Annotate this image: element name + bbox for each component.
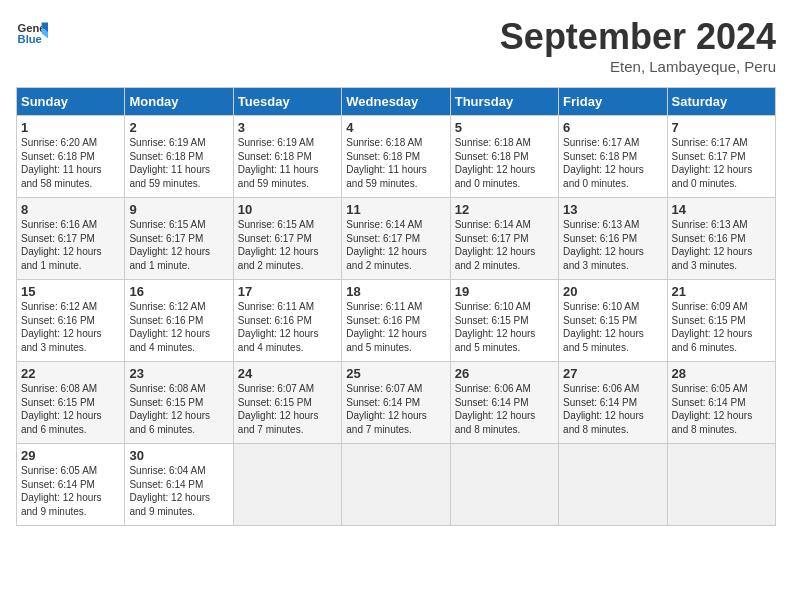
col-friday: Friday [559, 88, 667, 116]
day-content: Sunrise: 6:19 AM Sunset: 6:18 PM Dayligh… [129, 136, 228, 190]
day-content: Sunrise: 6:11 AM Sunset: 6:16 PM Dayligh… [346, 300, 445, 354]
day-number: 29 [21, 448, 120, 463]
calendar-cell: 8Sunrise: 6:16 AM Sunset: 6:17 PM Daylig… [17, 198, 125, 280]
day-number: 11 [346, 202, 445, 217]
day-number: 18 [346, 284, 445, 299]
day-number: 4 [346, 120, 445, 135]
day-number: 15 [21, 284, 120, 299]
calendar-cell: 4Sunrise: 6:18 AM Sunset: 6:18 PM Daylig… [342, 116, 450, 198]
location-subtitle: Eten, Lambayeque, Peru [500, 58, 776, 75]
day-number: 3 [238, 120, 337, 135]
calendar-week-1: 1Sunrise: 6:20 AM Sunset: 6:18 PM Daylig… [17, 116, 776, 198]
day-number: 28 [672, 366, 771, 381]
calendar-cell: 21Sunrise: 6:09 AM Sunset: 6:15 PM Dayli… [667, 280, 775, 362]
day-number: 14 [672, 202, 771, 217]
calendar-cell: 2Sunrise: 6:19 AM Sunset: 6:18 PM Daylig… [125, 116, 233, 198]
day-content: Sunrise: 6:13 AM Sunset: 6:16 PM Dayligh… [563, 218, 662, 272]
calendar-cell: 22Sunrise: 6:08 AM Sunset: 6:15 PM Dayli… [17, 362, 125, 444]
calendar-cell: 1Sunrise: 6:20 AM Sunset: 6:18 PM Daylig… [17, 116, 125, 198]
calendar-cell: 24Sunrise: 6:07 AM Sunset: 6:15 PM Dayli… [233, 362, 341, 444]
logo: General Blue [16, 16, 48, 48]
calendar-cell: 11Sunrise: 6:14 AM Sunset: 6:17 PM Dayli… [342, 198, 450, 280]
day-content: Sunrise: 6:05 AM Sunset: 6:14 PM Dayligh… [21, 464, 120, 518]
day-content: Sunrise: 6:06 AM Sunset: 6:14 PM Dayligh… [563, 382, 662, 436]
page-container: General Blue September 2024 Eten, Lambay… [0, 0, 792, 534]
calendar-cell: 16Sunrise: 6:12 AM Sunset: 6:16 PM Dayli… [125, 280, 233, 362]
day-number: 9 [129, 202, 228, 217]
calendar-week-3: 15Sunrise: 6:12 AM Sunset: 6:16 PM Dayli… [17, 280, 776, 362]
calendar-week-2: 8Sunrise: 6:16 AM Sunset: 6:17 PM Daylig… [17, 198, 776, 280]
col-thursday: Thursday [450, 88, 558, 116]
day-content: Sunrise: 6:11 AM Sunset: 6:16 PM Dayligh… [238, 300, 337, 354]
day-content: Sunrise: 6:14 AM Sunset: 6:17 PM Dayligh… [346, 218, 445, 272]
calendar-cell: 14Sunrise: 6:13 AM Sunset: 6:16 PM Dayli… [667, 198, 775, 280]
day-content: Sunrise: 6:08 AM Sunset: 6:15 PM Dayligh… [129, 382, 228, 436]
col-wednesday: Wednesday [342, 88, 450, 116]
calendar-cell: 15Sunrise: 6:12 AM Sunset: 6:16 PM Dayli… [17, 280, 125, 362]
calendar-cell: 30Sunrise: 6:04 AM Sunset: 6:14 PM Dayli… [125, 444, 233, 526]
day-content: Sunrise: 6:14 AM Sunset: 6:17 PM Dayligh… [455, 218, 554, 272]
day-number: 10 [238, 202, 337, 217]
calendar-cell: 3Sunrise: 6:19 AM Sunset: 6:18 PM Daylig… [233, 116, 341, 198]
day-number: 22 [21, 366, 120, 381]
col-monday: Monday [125, 88, 233, 116]
day-content: Sunrise: 6:10 AM Sunset: 6:15 PM Dayligh… [455, 300, 554, 354]
day-number: 12 [455, 202, 554, 217]
day-number: 17 [238, 284, 337, 299]
day-content: Sunrise: 6:12 AM Sunset: 6:16 PM Dayligh… [129, 300, 228, 354]
day-number: 16 [129, 284, 228, 299]
calendar-cell: 7Sunrise: 6:17 AM Sunset: 6:17 PM Daylig… [667, 116, 775, 198]
calendar-cell: 12Sunrise: 6:14 AM Sunset: 6:17 PM Dayli… [450, 198, 558, 280]
calendar-cell: 29Sunrise: 6:05 AM Sunset: 6:14 PM Dayli… [17, 444, 125, 526]
calendar-cell: 5Sunrise: 6:18 AM Sunset: 6:18 PM Daylig… [450, 116, 558, 198]
col-saturday: Saturday [667, 88, 775, 116]
calendar-cell: 6Sunrise: 6:17 AM Sunset: 6:18 PM Daylig… [559, 116, 667, 198]
page-header: General Blue September 2024 Eten, Lambay… [16, 16, 776, 75]
calendar-cell [450, 444, 558, 526]
day-content: Sunrise: 6:10 AM Sunset: 6:15 PM Dayligh… [563, 300, 662, 354]
calendar-cell: 17Sunrise: 6:11 AM Sunset: 6:16 PM Dayli… [233, 280, 341, 362]
day-number: 8 [21, 202, 120, 217]
calendar-cell: 20Sunrise: 6:10 AM Sunset: 6:15 PM Dayli… [559, 280, 667, 362]
col-tuesday: Tuesday [233, 88, 341, 116]
day-number: 5 [455, 120, 554, 135]
day-number: 1 [21, 120, 120, 135]
calendar-table: Sunday Monday Tuesday Wednesday Thursday… [16, 87, 776, 526]
day-number: 20 [563, 284, 662, 299]
day-number: 26 [455, 366, 554, 381]
calendar-cell [233, 444, 341, 526]
day-content: Sunrise: 6:16 AM Sunset: 6:17 PM Dayligh… [21, 218, 120, 272]
calendar-cell: 28Sunrise: 6:05 AM Sunset: 6:14 PM Dayli… [667, 362, 775, 444]
calendar-cell [342, 444, 450, 526]
col-sunday: Sunday [17, 88, 125, 116]
calendar-cell: 19Sunrise: 6:10 AM Sunset: 6:15 PM Dayli… [450, 280, 558, 362]
calendar-cell: 10Sunrise: 6:15 AM Sunset: 6:17 PM Dayli… [233, 198, 341, 280]
calendar-cell [559, 444, 667, 526]
day-content: Sunrise: 6:07 AM Sunset: 6:15 PM Dayligh… [238, 382, 337, 436]
calendar-cell: 26Sunrise: 6:06 AM Sunset: 6:14 PM Dayli… [450, 362, 558, 444]
calendar-cell: 23Sunrise: 6:08 AM Sunset: 6:15 PM Dayli… [125, 362, 233, 444]
month-title: September 2024 [500, 16, 776, 58]
day-number: 7 [672, 120, 771, 135]
logo-icon: General Blue [16, 16, 48, 48]
calendar-cell: 25Sunrise: 6:07 AM Sunset: 6:14 PM Dayli… [342, 362, 450, 444]
day-content: Sunrise: 6:17 AM Sunset: 6:18 PM Dayligh… [563, 136, 662, 190]
calendar-cell: 9Sunrise: 6:15 AM Sunset: 6:17 PM Daylig… [125, 198, 233, 280]
day-number: 13 [563, 202, 662, 217]
calendar-week-5: 29Sunrise: 6:05 AM Sunset: 6:14 PM Dayli… [17, 444, 776, 526]
day-number: 6 [563, 120, 662, 135]
day-content: Sunrise: 6:19 AM Sunset: 6:18 PM Dayligh… [238, 136, 337, 190]
calendar-header-row: Sunday Monday Tuesday Wednesday Thursday… [17, 88, 776, 116]
day-content: Sunrise: 6:15 AM Sunset: 6:17 PM Dayligh… [238, 218, 337, 272]
day-content: Sunrise: 6:15 AM Sunset: 6:17 PM Dayligh… [129, 218, 228, 272]
day-content: Sunrise: 6:04 AM Sunset: 6:14 PM Dayligh… [129, 464, 228, 518]
day-content: Sunrise: 6:13 AM Sunset: 6:16 PM Dayligh… [672, 218, 771, 272]
day-content: Sunrise: 6:08 AM Sunset: 6:15 PM Dayligh… [21, 382, 120, 436]
calendar-week-4: 22Sunrise: 6:08 AM Sunset: 6:15 PM Dayli… [17, 362, 776, 444]
day-number: 30 [129, 448, 228, 463]
day-content: Sunrise: 6:09 AM Sunset: 6:15 PM Dayligh… [672, 300, 771, 354]
day-number: 27 [563, 366, 662, 381]
day-number: 2 [129, 120, 228, 135]
day-number: 25 [346, 366, 445, 381]
day-number: 23 [129, 366, 228, 381]
